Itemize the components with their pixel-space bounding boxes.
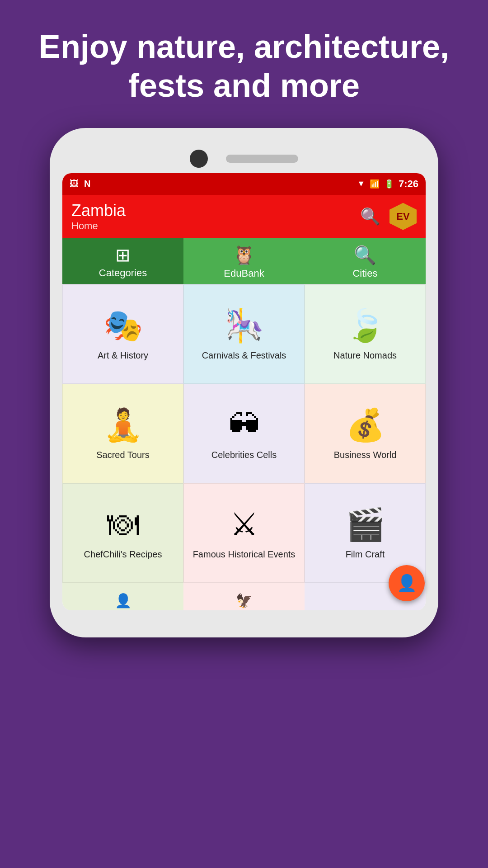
app-bar: Zambia Home 🔍 EV [62, 195, 426, 238]
brand-badge[interactable]: EV [389, 203, 417, 230]
signal-icon: 📶 [370, 179, 380, 189]
art-history-label: Art & History [98, 349, 148, 361]
tab-edubank-label: EduBank [224, 268, 264, 279]
tab-bar: ⊞ Categories 🦉 EduBank 🔍 Cities [62, 238, 426, 284]
cities-icon: 🔍 [354, 245, 376, 266]
nature-nomads-icon: 🍃 [346, 310, 385, 341]
app-title-section: Zambia Home [71, 201, 126, 232]
sacred-tours-label: Sacred Tours [96, 449, 149, 461]
art-history-icon: 🎭 [103, 310, 143, 341]
historical-events-label: Famous Historical Events [193, 548, 296, 560]
phone-camera [190, 150, 208, 168]
film-icon: 🎬 [346, 509, 385, 540]
nature-nomads-label: Nature Nomads [333, 349, 397, 361]
tab-edubank[interactable]: 🦉 EduBank [183, 238, 305, 284]
phone-screen: 🖼 N ▼ 📶 🔋 7:26 Zambia Home 🔍 EV [62, 173, 426, 610]
tab-categories-label: Categories [99, 267, 147, 279]
celebrities-icon: 🕶 [228, 409, 260, 441]
app-bar-icons: 🔍 EV [360, 203, 417, 230]
bottom-icon-1: 👤 [62, 583, 183, 610]
battery-icon: 🔋 [384, 179, 394, 189]
grid-item-sacred-tours[interactable]: 🧘 Sacred Tours [62, 384, 183, 483]
sacred-tours-icon: 🧘 [103, 409, 143, 441]
tab-cities[interactable]: 🔍 Cities [305, 238, 426, 284]
status-icons-right: ▼ 📶 🔋 7:26 [357, 178, 418, 190]
business-world-icon: 💰 [346, 409, 385, 441]
search-button[interactable]: 🔍 [360, 207, 380, 226]
tab-cities-label: Cities [352, 268, 377, 279]
edubank-icon: 🦉 [233, 245, 255, 266]
status-icons-left: 🖼 N [70, 179, 90, 189]
carnivals-label: Carnivals & Festivals [202, 349, 286, 361]
fab-icon: 👤 [397, 574, 417, 593]
fab-button[interactable]: 👤 [389, 565, 425, 601]
grid-item-business-world[interactable]: 💰 Business World [305, 384, 426, 483]
wifi-icon: ▼ [357, 179, 365, 189]
tab-categories[interactable]: ⊞ Categories [62, 238, 183, 284]
business-world-label: Business World [334, 449, 397, 461]
status-bar: 🖼 N ▼ 📶 🔋 7:26 [62, 173, 426, 195]
celebrities-label: Celebrities Cells [211, 449, 277, 461]
app-title: Zambia [71, 201, 126, 220]
categories-icon: ⊞ [115, 245, 131, 265]
phone-speaker [226, 155, 298, 163]
phone-top [62, 142, 426, 173]
grid-item-carnivals[interactable]: 🎠 Carnivals & Festivals [183, 284, 305, 384]
photo-icon: 🖼 [70, 179, 79, 189]
grid-item-nature-nomads[interactable]: 🍃 Nature Nomads [305, 284, 426, 384]
chef-chili-label: ChefChili's Recipes [84, 548, 162, 560]
film-label: Film Craft [346, 548, 385, 560]
bottom-icon-2: 🦅 [183, 583, 305, 610]
grid-item-chef-chili[interactable]: 🍽 ChefChili's Recipes [62, 483, 183, 583]
chef-chili-icon: 🍽 [107, 509, 139, 540]
phone-frame: 🖼 N ▼ 📶 🔋 7:26 Zambia Home 🔍 EV [50, 128, 438, 637]
grid-item-art-history[interactable]: 🎭 Art & History [62, 284, 183, 384]
grid-item-celebrities[interactable]: 🕶 Celebrities Cells [183, 384, 305, 483]
grid-item-historical-events[interactable]: ⚔ Famous Historical Events [183, 483, 305, 583]
bottom-partial-row: 👤 🦅 [62, 583, 426, 610]
category-grid: 🎭 Art & History 🎠 Carnivals & Festivals … [62, 284, 426, 583]
historical-events-icon: ⚔ [230, 509, 258, 540]
time-display: 7:26 [399, 178, 418, 190]
app-subtitle: Home [71, 220, 126, 232]
carnivals-icon: 🎠 [225, 310, 264, 341]
notification-icon: N [84, 179, 90, 189]
hero-text: Enjoy nature, architecture, fests and mo… [0, 0, 488, 128]
